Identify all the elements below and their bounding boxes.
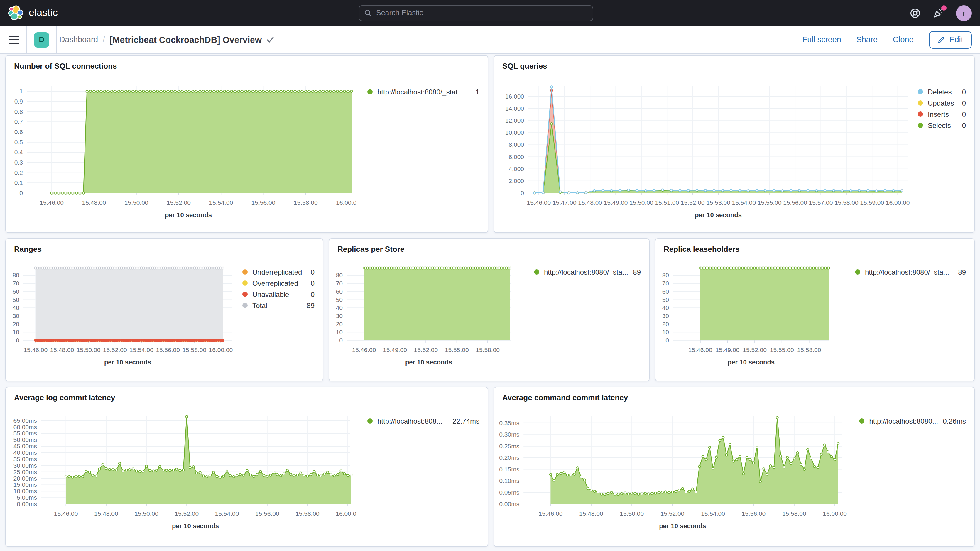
help-button[interactable] <box>910 7 921 19</box>
svg-text:70: 70 <box>662 280 669 287</box>
breadcrumb-dashboard[interactable]: Dashboard <box>59 35 98 44</box>
svg-text:per 10 seconds: per 10 seconds <box>165 211 212 218</box>
svg-text:15:50:00: 15:50:00 <box>134 510 158 517</box>
svg-text:16:00:00: 16:00:00 <box>336 199 356 206</box>
panel-title: Replica leaseholders <box>664 245 740 253</box>
legend-label: Unavailable <box>252 290 289 298</box>
ranges-chart[interactable]: 0102030405060708015:46:0015:48:0015:50:0… <box>6 259 238 381</box>
hamburger-icon <box>10 35 19 44</box>
full-screen-button[interactable]: Full screen <box>802 35 841 44</box>
svg-text:70: 70 <box>336 280 343 287</box>
svg-text:15:56:00: 15:56:00 <box>742 510 766 517</box>
svg-text:15:59:00: 15:59:00 <box>860 199 884 206</box>
svg-text:15:56:00: 15:56:00 <box>255 510 279 517</box>
legend-label: Overreplicated <box>252 279 298 287</box>
series-color-dot <box>859 418 864 424</box>
legend-item[interactable]: http://localhost:8080... 0.26ms <box>859 416 966 427</box>
legend-item[interactable]: Underreplicated 0 <box>242 266 315 277</box>
legend-item[interactable]: http://localhost:8080/_sta... 89 <box>534 266 641 277</box>
check-icon[interactable] <box>266 37 274 43</box>
svg-text:15:52:00: 15:52:00 <box>681 199 705 206</box>
svg-text:0.05ms: 0.05ms <box>499 489 519 496</box>
page-title: [Metricbeat CockroachDB] Overview <box>110 35 262 45</box>
legend-item[interactable]: http://localhost:8080/_stat... 1 <box>368 86 479 97</box>
svg-text:50: 50 <box>336 296 343 303</box>
legend-value: 89 <box>958 268 966 276</box>
svg-text:50.00ms: 50.00ms <box>13 436 37 443</box>
legend-item[interactable]: Unavailable 0 <box>242 289 315 300</box>
pencil-icon <box>937 36 945 43</box>
avg-log-commit-latency-chart[interactable]: 0.00ms5.00ms10.00ms15.00ms20.00ms25.00ms… <box>6 407 356 546</box>
legend-value: 0 <box>962 99 966 107</box>
svg-text:14,000: 14,000 <box>505 105 524 112</box>
chart-legend: http://localhost:808... 22.74ms <box>356 407 488 546</box>
legend-label: http://localhost:8080/_sta... <box>865 268 949 276</box>
panel-ranges: Ranges 0102030405060708015:46:0015:48:00… <box>5 238 323 381</box>
svg-text:50: 50 <box>13 296 19 303</box>
global-search[interactable] <box>358 5 593 21</box>
svg-text:15:46:00: 15:46:00 <box>527 199 551 206</box>
svg-text:60: 60 <box>336 288 343 295</box>
legend-item[interactable]: Inserts 0 <box>918 108 966 120</box>
svg-text:15:58:00: 15:58:00 <box>476 347 500 353</box>
svg-text:15:54:00: 15:54:00 <box>209 199 233 206</box>
legend-label: Deletes <box>928 88 951 96</box>
legend-label: Inserts <box>928 110 949 118</box>
svg-text:15:55:00: 15:55:00 <box>757 199 782 206</box>
svg-text:0: 0 <box>16 337 19 344</box>
svg-text:15:48:00: 15:48:00 <box>579 510 603 517</box>
series-color-dot <box>368 89 372 94</box>
svg-text:16:00:00: 16:00:00 <box>886 199 910 206</box>
replica-leaseholders-chart[interactable]: 0102030405060708015:46:0015:49:0015:52:0… <box>655 259 836 381</box>
search-input[interactable] <box>376 9 587 17</box>
svg-text:15:54:00: 15:54:00 <box>732 199 756 206</box>
panel-avg-command-commit-latency: Average command commit latency 0.00ms0.0… <box>493 387 975 547</box>
share-button[interactable]: Share <box>856 35 878 44</box>
svg-text:20: 20 <box>336 321 343 327</box>
panel-title: Ranges <box>14 245 42 253</box>
edit-button[interactable]: Edit <box>929 31 972 48</box>
svg-text:30: 30 <box>336 312 343 319</box>
svg-text:20: 20 <box>13 321 19 327</box>
svg-text:6,000: 6,000 <box>509 153 524 160</box>
replicas-per-store-chart[interactable]: 0102030405060708015:46:0015:49:0015:52:0… <box>329 259 516 381</box>
svg-text:15:50:00: 15:50:00 <box>620 510 644 517</box>
legend-item[interactable]: Overreplicated 0 <box>242 277 315 289</box>
legend-label: Selects <box>928 121 951 129</box>
avg-command-commit-latency-chart[interactable]: 0.00ms0.05ms0.10ms0.15ms0.20ms0.25ms0.30… <box>494 407 848 546</box>
avatar[interactable]: r <box>956 5 972 21</box>
svg-text:0.30ms: 0.30ms <box>499 431 519 438</box>
svg-text:40.00ms: 40.00ms <box>13 449 37 456</box>
svg-text:35.00ms: 35.00ms <box>13 455 37 462</box>
svg-text:15:48:00: 15:48:00 <box>50 347 74 353</box>
svg-text:60: 60 <box>13 288 19 295</box>
svg-text:15:56:00: 15:56:00 <box>251 199 275 206</box>
elastic-logo-icon <box>8 5 24 21</box>
legend-label: http://localhost:8080... <box>869 417 938 425</box>
legend-item[interactable]: Selects 0 <box>918 120 966 131</box>
sql-connections-chart[interactable]: 00.10.20.30.40.50.60.70.80.9115:46:0015:… <box>6 76 356 233</box>
svg-text:15:58:00: 15:58:00 <box>782 510 806 517</box>
menu-button[interactable] <box>8 35 26 44</box>
svg-text:65.00ms: 65.00ms <box>13 417 37 424</box>
legend-item[interactable]: Total 89 <box>242 300 315 311</box>
clone-button[interactable]: Clone <box>893 35 914 44</box>
svg-text:10: 10 <box>13 329 19 335</box>
legend-item[interactable]: Deletes 0 <box>918 86 966 97</box>
legend-item[interactable]: Updates 0 <box>918 97 966 108</box>
legend-item[interactable]: http://localhost:808... 22.74ms <box>368 416 479 427</box>
sql-queries-chart[interactable]: 02,0004,0006,0008,00010,00012,00014,0001… <box>494 76 915 233</box>
svg-text:15:50:00: 15:50:00 <box>629 199 654 206</box>
elastic-logo[interactable]: elastic <box>8 5 58 21</box>
svg-text:per 10 seconds: per 10 seconds <box>659 522 706 530</box>
panel-replicas-per-store: Replicas per Store 0102030405060708015:4… <box>329 238 650 381</box>
svg-text:15:49:00: 15:49:00 <box>716 347 740 353</box>
news-button[interactable] <box>932 7 944 19</box>
svg-text:80: 80 <box>662 272 669 279</box>
space-badge[interactable]: D <box>34 32 49 47</box>
legend-item[interactable]: http://localhost:8080/_sta... 89 <box>855 266 966 277</box>
series-color-dot <box>242 303 248 308</box>
breadcrumb-separator: / <box>103 35 105 44</box>
svg-text:10.00ms: 10.00ms <box>13 487 37 494</box>
legend-value: 1 <box>476 88 479 96</box>
